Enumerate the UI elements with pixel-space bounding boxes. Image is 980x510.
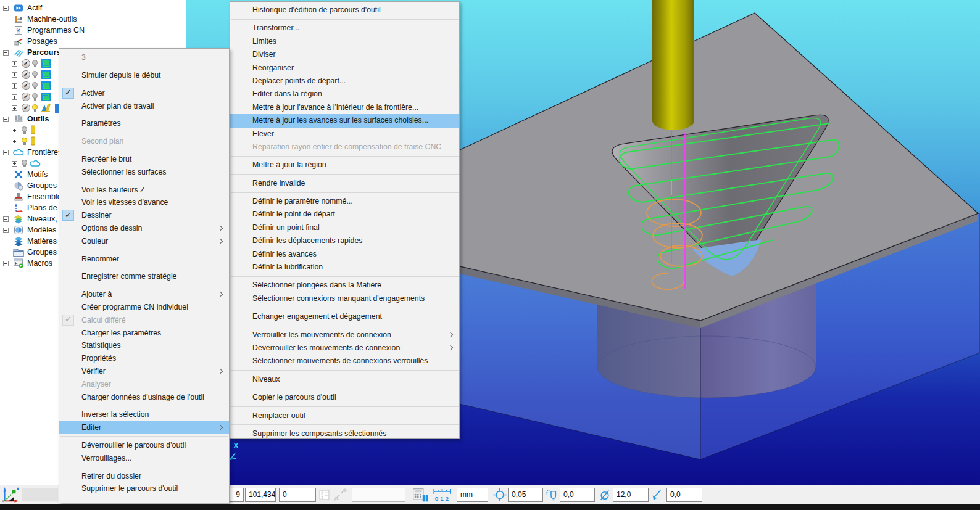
menu-item-mettre-jour-l-avance-l-int-rieur-de-la-fronti-re[interactable]: Mettre à jour l'avance à l'intérieur de … [230, 101, 459, 114]
menu-item-supprimer-les-composants-s-lectionn-s[interactable]: Supprimer les composants sélectionnés [230, 427, 459, 439]
units-field[interactable]: mm [457, 488, 488, 502]
menu-item-d-finir-la-lubrification[interactable]: Définir la lubrification [230, 261, 459, 274]
menu-item-ajouter[interactable]: Ajouter à [59, 288, 229, 301]
menu-item-param-tres[interactable]: Paramètres [59, 117, 229, 130]
menu-item-inverser-la-s-lection[interactable]: Inverser la sélection [59, 408, 229, 421]
tree-item-posages[interactable]: Posages [0, 36, 186, 47]
tolerance-field[interactable]: 0,05 [508, 488, 543, 502]
visibility-bulb-icon[interactable] [22, 126, 28, 134]
menu-item-dessiner[interactable]: Dessiner✓ [59, 209, 229, 222]
menu-item-limites[interactable]: Limites [230, 35, 459, 48]
menu-item-copier-le-parcours-d-outil[interactable]: Copier le parcours d'outil [230, 391, 459, 404]
menu-item-voir-les-vitesses-d-avance[interactable]: Voir les vitesses d'avance [59, 196, 229, 209]
menu-item-cr-er-programme-cn-individuel[interactable]: Créer programme CN individuel [59, 301, 229, 314]
menu-item-s-lectionner-connexions-manquant-d-engagements[interactable]: Sélectionner connexions manquant d'engag… [230, 292, 459, 305]
menu-item-s-lectionner-plong-es-dans-la-mati-re[interactable]: Sélectionner plongées dans la Matière [230, 279, 459, 292]
menu-item-activer-plan-de-travail[interactable]: Activer plan de travail [59, 100, 229, 113]
visibility-bulb-icon[interactable] [32, 71, 38, 79]
expander-icon[interactable] [3, 228, 9, 233]
menu-item-v-rifier[interactable]: Vérifier [59, 365, 229, 378]
progress-strip [22, 488, 58, 501]
visibility-bulb-icon[interactable] [32, 82, 38, 90]
expander-icon[interactable] [3, 150, 9, 155]
menu-item-rendre-invalide[interactable]: Rendre invalide [230, 177, 459, 190]
menu-item-d-verrouiller-le-parcours-d-outil[interactable]: Déverrouiller le parcours d'outil [59, 439, 229, 452]
menu-item-r-organiser[interactable]: Réorganiser [230, 62, 459, 75]
menu-item-mettre-jour-la-r-gion[interactable]: Mettre à jour la région [230, 158, 459, 171]
position-field-2[interactable]: 101,434 [245, 488, 276, 502]
menu-item-d-finir-les-d-placements-rapides[interactable]: Définir les déplacements rapides [230, 234, 459, 247]
tree-item-machine-outils[interactable]: Machine-outils [0, 14, 186, 25]
expander-icon[interactable] [12, 61, 17, 67]
menu-item-mettre-jour-les-avances-sur-les-surfaces-choisies[interactable]: Mettre à jour les avances sur les surfac… [230, 114, 459, 127]
menu-item-diviser[interactable]: Diviser [230, 48, 459, 61]
menu-item-simuler-depuis-le-d-but[interactable]: Simuler depuis le début [59, 69, 229, 82]
menu-item-enregistrer-comme-strat-gie[interactable]: Enregistrer comme stratégie [59, 270, 229, 283]
expander-icon[interactable] [3, 6, 9, 11]
menu-item-d-placer-points-de-d-part[interactable]: Déplacer points de départ... [230, 75, 459, 88]
tip-radius-icon[interactable] [650, 487, 663, 503]
menu-item-recr-er-le-brut[interactable]: Recréer le brut [59, 153, 229, 166]
thickness-field[interactable]: 0,0 [560, 488, 595, 502]
menu-item-niveaux[interactable]: Niveaux [230, 373, 459, 386]
menu-item-editer[interactable]: Editer [59, 421, 229, 434]
expander-icon[interactable] [3, 216, 9, 222]
menu-item-r-paration-rayon-entier-de-compensation-de-fraise-cnc[interactable]: Réparation rayon entier de compensation … [230, 141, 459, 154]
expander-icon[interactable] [12, 105, 17, 111]
menu-item-remplacer-outil[interactable]: Remplacer outil [230, 409, 459, 422]
menu-item-d-verrouiller-les-mouvements-de-connexion[interactable]: Déverrouiller les mouvements de connexio… [230, 342, 459, 355]
menu-item-s-lectionner-les-surfaces[interactable]: Sélectionner les surfaces [59, 166, 229, 179]
expander-icon[interactable] [12, 139, 17, 144]
tree-item-programmes-cn[interactable]: GProgrammes CN [0, 25, 186, 36]
menu-item-options-de-dessin[interactable]: Options de dessin [59, 222, 229, 235]
position-field-3[interactable]: 0 [279, 488, 316, 502]
menu-item-transformer[interactable]: Transformer... [230, 22, 459, 35]
coordinate-input-field[interactable] [352, 488, 405, 502]
menu-item-analyser[interactable]: Analyser [59, 378, 229, 391]
thickness-icon[interactable] [545, 487, 558, 503]
menu-item-charger-donn-es-d-usinage-de-l-outil[interactable]: Charger données d'usinage de l'outil [59, 391, 229, 404]
menu-item-renommer[interactable]: Renommer [59, 253, 229, 266]
calculator-pause-icon[interactable] [412, 487, 428, 503]
visibility-bulb-icon[interactable] [22, 160, 28, 168]
menu-item-historique-d-dition-de-parcours-d-outil[interactable]: Historique d'édition de parcours d'outil [230, 4, 459, 17]
expander-icon[interactable] [12, 83, 17, 89]
diameter-field[interactable]: 12,0 [613, 488, 649, 502]
ruler-units-icon[interactable]: 012 [433, 487, 452, 503]
visibility-bulb-icon[interactable] [32, 93, 38, 101]
expander-icon[interactable] [3, 261, 9, 266]
expander-icon[interactable] [3, 50, 9, 56]
diameter-icon[interactable] [599, 487, 611, 503]
visibility-bulb-icon[interactable] [32, 60, 38, 68]
menu-item-activer[interactable]: Activer✓ [59, 87, 229, 100]
menu-item-calcul-diff-r[interactable]: Calcul différé✓ [59, 314, 229, 327]
menu-item-d-finir-le-point-de-d-part[interactable]: Définir le point de départ [230, 208, 459, 221]
menu-item-elever[interactable]: Elever [230, 128, 459, 141]
expander-icon[interactable] [12, 161, 17, 167]
menu-item-voir-les-hauteurs-z[interactable]: Voir les hauteurs Z [59, 184, 229, 197]
menu-item-propri-t-s[interactable]: Propriétés [59, 352, 229, 365]
tree-item-actif[interactable]: Actif [0, 2, 186, 14]
menu-item-editer-dans-la-r-gion[interactable]: Editer dans la région [230, 88, 459, 101]
menu-item-supprimer-le-parcours-d-outil[interactable]: Supprimer le parcours d'outil [59, 482, 229, 495]
menu-item-couleur[interactable]: Couleur [59, 235, 229, 248]
menu-item-statistiques[interactable]: Statistiques [59, 339, 229, 352]
expander-icon[interactable] [12, 128, 17, 133]
menu-item-echanger-engagement-et-d-gagement[interactable]: Echanger engagement et dégagement [230, 310, 459, 323]
visibility-bulb-icon[interactable] [32, 104, 38, 112]
expander-icon[interactable] [3, 117, 9, 122]
menu-item-retirer-du-dossier[interactable]: Retirer du dossier [59, 470, 229, 483]
menu-item-verrouiller-les-mouvements-de-connexion[interactable]: Verrouiller les mouvements de connexion [230, 329, 459, 342]
menu-item-d-finir-un-point-final[interactable]: Définir un point final [230, 221, 459, 234]
visibility-bulb-icon[interactable] [22, 138, 28, 146]
menu-item-d-finir-le-param-tre-nomm[interactable]: Définir le paramètre nommé... [230, 195, 459, 208]
crosshair-tolerance-icon[interactable] [493, 487, 507, 503]
menu-item-verrouillages[interactable]: Verrouillages... [59, 452, 229, 465]
menu-item-second-plan[interactable]: Second plan [59, 135, 229, 148]
menu-item-d-finir-les-avances[interactable]: Définir les avances [230, 248, 459, 261]
menu-item-charger-les-param-tres[interactable]: Charger les paramètres [59, 327, 229, 340]
expander-icon[interactable] [12, 94, 17, 100]
menu-item-s-lectionner-mouvements-de-connexions-verrouill-s[interactable]: Sélectionner mouvements de connexions ve… [230, 355, 459, 368]
expander-icon[interactable] [12, 72, 17, 78]
tip-radius-field[interactable]: 0,0 [666, 488, 702, 502]
